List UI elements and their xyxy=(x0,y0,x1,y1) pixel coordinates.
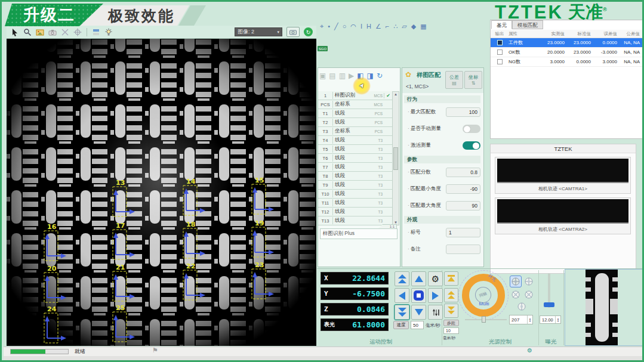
jog-up-fast-button[interactable] xyxy=(395,271,409,286)
crosshair-icon[interactable] xyxy=(72,27,83,37)
width-icon[interactable]: H xyxy=(366,22,371,30)
table-row[interactable]: NG数 3.0000 0.0000 3.0000 NA, NA xyxy=(491,57,643,67)
output-checkbox[interactable] xyxy=(497,49,503,55)
light-channel-2-icon[interactable] xyxy=(524,277,534,286)
list-item[interactable]: T8线段T3 xyxy=(318,172,392,181)
light-channel-3-icon[interactable] xyxy=(511,290,520,299)
line-icon[interactable]: ╱ xyxy=(334,22,338,30)
spinner[interactable]: ▴▾ xyxy=(555,316,560,323)
pattern-icon[interactable]: ∴ xyxy=(393,22,398,30)
list-item[interactable]: T5线段T3 xyxy=(318,145,392,154)
step-input[interactable]: 10 xyxy=(443,327,459,334)
output-checkbox[interactable] xyxy=(497,59,503,64)
grid-icon[interactable]: ▦ xyxy=(420,22,426,30)
list-item[interactable]: PCS坐标系MCS xyxy=(318,100,392,109)
arc-icon[interactable]: ◠ xyxy=(350,22,356,30)
registered-mark: ® xyxy=(603,7,607,13)
save-icon[interactable]: ▥ xyxy=(339,72,346,80)
output-checkbox[interactable] xyxy=(497,40,503,45)
angle-icon[interactable]: ∠ xyxy=(375,22,381,30)
tag-number-input[interactable]: 1 xyxy=(446,228,480,237)
light-intensity-slider[interactable] xyxy=(465,319,507,320)
z-top-button[interactable] xyxy=(444,271,458,286)
settings-button[interactable]: ⚙ xyxy=(428,271,443,286)
spinner[interactable]: ▴▾ xyxy=(527,315,532,324)
eraser-icon[interactable]: ▱ xyxy=(402,22,406,30)
list-item[interactable]: T13线段T3 xyxy=(318,216,392,225)
manual-measure-toggle[interactable] xyxy=(463,125,480,133)
max-angle-input[interactable]: 90 xyxy=(446,201,480,211)
jog-down-button[interactable] xyxy=(411,305,426,320)
image-icon[interactable] xyxy=(35,27,45,37)
list-scrollbar[interactable]: ▴ ▾ xyxy=(392,91,399,225)
circle-icon[interactable]: ○ xyxy=(343,22,347,30)
point-icon[interactable]: • xyxy=(328,22,330,30)
list-item[interactable]: T9线段T3 xyxy=(318,181,392,190)
list-item[interactable]: T11线段T3 xyxy=(318,199,392,208)
min-angle-input[interactable]: -90 xyxy=(446,184,480,194)
camera-image[interactable]: 13 14 15 16 17 18 19 20 xyxy=(7,39,316,346)
light-channel-5-icon[interactable] xyxy=(517,302,526,311)
measure-tool-icon[interactable] xyxy=(60,27,70,37)
list-item[interactable]: T7线段T3 xyxy=(318,163,392,172)
height-icon[interactable]: I xyxy=(360,22,362,30)
max-match-input[interactable]: 100 xyxy=(446,107,480,117)
import-icon[interactable]: ▣ xyxy=(319,72,326,80)
window2-icon[interactable]: ◨ xyxy=(367,72,374,80)
table-row[interactable]: 工件数 23.0000 23.0000 0.0000 NA, NA xyxy=(491,38,643,48)
level-icon[interactable] xyxy=(91,27,101,37)
export-icon[interactable]: ▤ xyxy=(329,72,335,80)
list-item[interactable]: T12线段T3 xyxy=(318,208,392,216)
z-up-button[interactable] xyxy=(444,288,458,302)
speed-button[interactable]: 速度 xyxy=(393,321,409,329)
remark-input[interactable] xyxy=(446,245,480,254)
list-footer[interactable]: 样图识别 Plus xyxy=(320,228,398,239)
run-icon[interactable]: ▶ xyxy=(349,72,354,80)
gear-icon[interactable]: ⚙ xyxy=(527,347,532,354)
cursor-icon[interactable] xyxy=(10,27,20,37)
image-select-dropdown[interactable]: 图像: 2 ▾ xyxy=(235,27,282,36)
snapshot-button[interactable] xyxy=(286,27,300,37)
z-down-button[interactable] xyxy=(444,304,458,318)
list-item[interactable]: T1线段PCS xyxy=(318,109,392,118)
lamp-icon[interactable] xyxy=(103,27,114,37)
param-row: 备注 xyxy=(404,242,480,257)
step-button[interactable]: 步距 xyxy=(443,320,459,326)
light-slider-knob[interactable] xyxy=(482,316,486,323)
list-item[interactable]: T6线段T3 xyxy=(318,154,392,163)
light-channel-4-icon[interactable] xyxy=(524,290,534,299)
corner-icon[interactable]: ⌐ xyxy=(386,22,389,30)
jog-up-button[interactable] xyxy=(411,271,426,286)
scroll-down-icon[interactable]: ▾ xyxy=(395,220,397,225)
jog-config-button[interactable] xyxy=(428,305,443,320)
light-value-input[interactable]: 207 ▴▾ xyxy=(509,315,533,324)
table-row[interactable]: OK数 20.0000 23.0000 -3.0000 NA, NA xyxy=(491,48,643,57)
jog-left-button[interactable] xyxy=(395,288,409,303)
exposure-input[interactable]: 12.00 ▴▾ xyxy=(540,315,561,324)
list-item[interactable]: T4线段T3 xyxy=(318,136,392,145)
coordinate-button[interactable]: 坐标⇅ xyxy=(464,71,482,89)
camera-trajectory-1[interactable]: 相机轨迹 <CAMTRA1> xyxy=(495,157,631,194)
scroll-up-icon[interactable]: ▴ xyxy=(395,92,397,97)
activate-measure-toggle[interactable] xyxy=(463,141,480,150)
coordinate-axes-icon[interactable]: ⌖ xyxy=(320,22,323,30)
list-item[interactable]: T10线段T3 xyxy=(318,190,392,199)
light-channel-1-icon[interactable] xyxy=(511,277,520,286)
list-item[interactable]: T2线段PCS xyxy=(318,118,392,127)
refresh-globe-icon[interactable]: ↻ xyxy=(304,27,313,36)
speed-input[interactable]: 50 xyxy=(411,321,424,329)
match-score-input[interactable]: 0.8 xyxy=(446,168,480,177)
template-icon[interactable]: ◆ xyxy=(411,22,416,30)
list-item[interactable]: T3坐标系PCS xyxy=(318,127,392,136)
list-item[interactable]: 1样图识别MCS✔ xyxy=(318,91,392,100)
camera-trajectory-2[interactable]: 相机轨迹 <CAMTRA2> xyxy=(495,197,631,234)
tolerance-button[interactable]: 公差▤ xyxy=(445,71,463,89)
refresh-icon[interactable]: ↻ xyxy=(377,72,383,80)
exposure-slider-handle[interactable] xyxy=(544,302,554,307)
snapshot-tool-icon[interactable] xyxy=(47,27,58,37)
zoom-icon[interactable] xyxy=(22,27,33,37)
jog-down-fast-button[interactable] xyxy=(395,305,409,320)
stop-button[interactable] xyxy=(411,288,426,303)
jog-right-button[interactable] xyxy=(428,288,443,303)
scroll-thumb[interactable] xyxy=(393,147,398,170)
